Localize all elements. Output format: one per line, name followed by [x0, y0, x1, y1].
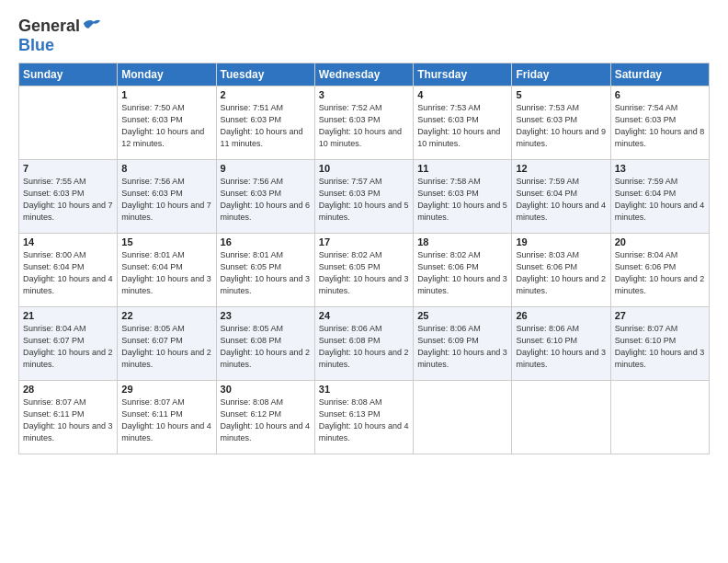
day-number: 15 [121, 236, 211, 247]
day-number: 7 [23, 163, 113, 174]
day-cell: 31Sunrise: 8:08 AMSunset: 6:13 PMDayligh… [314, 380, 413, 454]
day-number: 31 [319, 384, 409, 395]
day-info: Sunrise: 7:51 AMSunset: 6:03 PMDaylight:… [221, 102, 311, 150]
day-number: 27 [615, 310, 705, 321]
header-row: SundayMondayTuesdayWednesdayThursdayFrid… [19, 63, 710, 86]
week-row-3: 14Sunrise: 8:00 AMSunset: 6:04 PMDayligh… [19, 233, 710, 306]
day-number: 22 [121, 310, 211, 321]
week-row-4: 21Sunrise: 8:04 AMSunset: 6:07 PMDayligh… [19, 306, 710, 380]
day-info: Sunrise: 7:53 AMSunset: 6:03 PMDaylight:… [516, 102, 606, 150]
day-info: Sunrise: 8:06 AMSunset: 6:08 PMDaylight:… [319, 323, 409, 371]
day-number: 5 [516, 89, 606, 100]
day-number: 1 [121, 89, 211, 100]
logo-bird-icon [82, 17, 102, 37]
day-info: Sunrise: 7:53 AMSunset: 6:03 PMDaylight:… [417, 102, 507, 150]
day-number: 20 [615, 236, 705, 247]
logo: General Blue [18, 17, 102, 55]
day-cell: 29Sunrise: 8:07 AMSunset: 6:11 PMDayligh… [118, 380, 216, 454]
day-number: 12 [516, 163, 606, 174]
day-cell: 26Sunrise: 8:06 AMSunset: 6:10 PMDayligh… [512, 306, 610, 380]
day-cell: 1Sunrise: 7:50 AMSunset: 6:03 PMDaylight… [118, 86, 216, 159]
day-info: Sunrise: 7:56 AMSunset: 6:03 PMDaylight:… [121, 176, 211, 224]
day-cell: 7Sunrise: 7:55 AMSunset: 6:03 PMDaylight… [19, 159, 118, 233]
day-cell: 9Sunrise: 7:56 AMSunset: 6:03 PMDaylight… [216, 159, 314, 233]
day-number: 16 [221, 236, 311, 247]
day-info: Sunrise: 8:01 AMSunset: 6:04 PMDaylight:… [121, 249, 211, 297]
page: General Blue SundayMondayTuesdayWednesda… [0, 0, 728, 563]
day-number: 25 [417, 310, 507, 321]
day-cell: 12Sunrise: 7:59 AMSunset: 6:04 PMDayligh… [512, 159, 610, 233]
logo-general: General [18, 17, 80, 35]
header-tuesday: Tuesday [216, 63, 314, 86]
day-info: Sunrise: 8:03 AMSunset: 6:06 PMDaylight:… [516, 249, 606, 297]
day-info: Sunrise: 7:59 AMSunset: 6:04 PMDaylight:… [516, 176, 606, 224]
day-cell [512, 380, 610, 454]
day-info: Sunrise: 8:05 AMSunset: 6:08 PMDaylight:… [221, 323, 311, 371]
day-cell [19, 86, 118, 159]
day-cell: 16Sunrise: 8:01 AMSunset: 6:05 PMDayligh… [216, 233, 314, 306]
header-thursday: Thursday [414, 63, 512, 86]
header-monday: Monday [118, 63, 216, 86]
day-number: 29 [121, 384, 211, 395]
day-cell: 10Sunrise: 7:57 AMSunset: 6:03 PMDayligh… [314, 159, 413, 233]
day-info: Sunrise: 8:04 AMSunset: 6:06 PMDaylight:… [615, 249, 705, 297]
day-number: 21 [23, 310, 113, 321]
header-sunday: Sunday [19, 63, 118, 86]
day-cell: 8Sunrise: 7:56 AMSunset: 6:03 PMDaylight… [118, 159, 216, 233]
day-info: Sunrise: 8:05 AMSunset: 6:07 PMDaylight:… [121, 323, 211, 371]
day-info: Sunrise: 8:06 AMSunset: 6:10 PMDaylight:… [516, 323, 606, 371]
header-wednesday: Wednesday [314, 63, 413, 86]
header-friday: Friday [512, 63, 610, 86]
day-info: Sunrise: 7:57 AMSunset: 6:03 PMDaylight:… [319, 176, 409, 224]
day-cell: 20Sunrise: 8:04 AMSunset: 6:06 PMDayligh… [610, 233, 709, 306]
day-cell: 11Sunrise: 7:58 AMSunset: 6:03 PMDayligh… [414, 159, 512, 233]
day-cell: 25Sunrise: 8:06 AMSunset: 6:09 PMDayligh… [414, 306, 512, 380]
day-cell: 27Sunrise: 8:07 AMSunset: 6:10 PMDayligh… [610, 306, 709, 380]
day-number: 10 [319, 163, 409, 174]
day-number: 4 [417, 89, 507, 100]
day-cell: 6Sunrise: 7:54 AMSunset: 6:03 PMDaylight… [610, 86, 709, 159]
day-number: 28 [23, 384, 113, 395]
day-cell: 18Sunrise: 8:02 AMSunset: 6:06 PMDayligh… [414, 233, 512, 306]
day-number: 23 [221, 310, 311, 321]
day-cell [414, 380, 512, 454]
day-number: 11 [417, 163, 507, 174]
header: General Blue [18, 17, 710, 55]
day-info: Sunrise: 8:08 AMSunset: 6:13 PMDaylight:… [319, 396, 409, 444]
day-info: Sunrise: 7:50 AMSunset: 6:03 PMDaylight:… [121, 102, 211, 150]
day-info: Sunrise: 8:00 AMSunset: 6:04 PMDaylight:… [23, 249, 113, 297]
day-info: Sunrise: 8:08 AMSunset: 6:12 PMDaylight:… [221, 396, 311, 444]
day-number: 14 [23, 236, 113, 247]
day-cell: 14Sunrise: 8:00 AMSunset: 6:04 PMDayligh… [19, 233, 118, 306]
day-number: 9 [221, 163, 311, 174]
day-number: 2 [221, 89, 311, 100]
day-info: Sunrise: 7:58 AMSunset: 6:03 PMDaylight:… [417, 176, 507, 224]
day-cell: 15Sunrise: 8:01 AMSunset: 6:04 PMDayligh… [118, 233, 216, 306]
logo-text: General Blue [18, 17, 102, 55]
day-info: Sunrise: 8:02 AMSunset: 6:06 PMDaylight:… [417, 249, 507, 297]
logo-blue: Blue [18, 37, 102, 55]
day-cell: 2Sunrise: 7:51 AMSunset: 6:03 PMDaylight… [216, 86, 314, 159]
day-cell: 28Sunrise: 8:07 AMSunset: 6:11 PMDayligh… [19, 380, 118, 454]
calendar-table: SundayMondayTuesdayWednesdayThursdayFrid… [18, 63, 710, 454]
day-info: Sunrise: 8:01 AMSunset: 6:05 PMDaylight:… [221, 249, 311, 297]
day-cell: 4Sunrise: 7:53 AMSunset: 6:03 PMDaylight… [414, 86, 512, 159]
day-number: 18 [417, 236, 507, 247]
day-number: 6 [615, 89, 705, 100]
day-info: Sunrise: 8:07 AMSunset: 6:10 PMDaylight:… [615, 323, 705, 371]
day-cell: 3Sunrise: 7:52 AMSunset: 6:03 PMDaylight… [314, 86, 413, 159]
day-cell: 17Sunrise: 8:02 AMSunset: 6:05 PMDayligh… [314, 233, 413, 306]
day-cell: 19Sunrise: 8:03 AMSunset: 6:06 PMDayligh… [512, 233, 610, 306]
day-info: Sunrise: 7:54 AMSunset: 6:03 PMDaylight:… [615, 102, 705, 150]
day-cell [610, 380, 709, 454]
week-row-2: 7Sunrise: 7:55 AMSunset: 6:03 PMDaylight… [19, 159, 710, 233]
day-number: 30 [221, 384, 311, 395]
day-info: Sunrise: 7:55 AMSunset: 6:03 PMDaylight:… [23, 176, 113, 224]
day-number: 8 [121, 163, 211, 174]
day-number: 26 [516, 310, 606, 321]
day-info: Sunrise: 7:52 AMSunset: 6:03 PMDaylight:… [319, 102, 409, 150]
day-cell: 23Sunrise: 8:05 AMSunset: 6:08 PMDayligh… [216, 306, 314, 380]
day-cell: 21Sunrise: 8:04 AMSunset: 6:07 PMDayligh… [19, 306, 118, 380]
day-info: Sunrise: 7:59 AMSunset: 6:04 PMDaylight:… [615, 176, 705, 224]
header-saturday: Saturday [610, 63, 709, 86]
